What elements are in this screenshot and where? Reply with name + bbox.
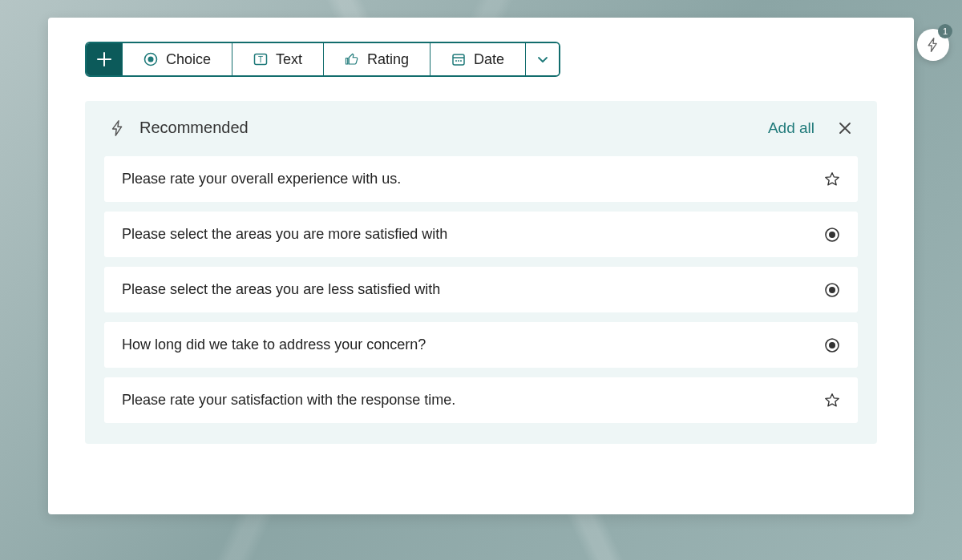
- choice-label: Choice: [166, 51, 211, 68]
- svg-point-6: [455, 60, 457, 62]
- add-question-button[interactable]: [87, 43, 122, 75]
- recommended-item-text: Please rate your overall experience with…: [122, 171, 401, 187]
- date-type-button[interactable]: Date: [430, 43, 525, 75]
- choice-type-button[interactable]: Choice: [122, 43, 232, 75]
- text-label: Text: [276, 51, 302, 68]
- text-icon: T: [253, 52, 268, 66]
- radio-icon: [824, 282, 840, 298]
- recommended-item-text: Please rate your satisfaction with the r…: [122, 392, 455, 409]
- radio-icon: [143, 52, 158, 66]
- rating-type-button[interactable]: Rating: [323, 43, 430, 75]
- close-recommended-button[interactable]: [837, 120, 853, 136]
- svg-point-8: [460, 60, 462, 62]
- question-type-toolbar: Choice T Text Rating Date: [85, 42, 560, 77]
- svg-point-1: [148, 57, 154, 62]
- form-builder-card: Choice T Text Rating Date: [48, 18, 914, 514]
- more-types-dropdown[interactable]: [525, 43, 559, 75]
- lightning-icon: [925, 37, 941, 53]
- svg-point-7: [458, 60, 459, 62]
- rating-label: Rating: [367, 51, 409, 68]
- lightning-icon: [109, 119, 127, 137]
- calendar-icon: [451, 52, 466, 66]
- recommended-item[interactable]: Please select the areas you are less sat…: [104, 267, 858, 312]
- add-all-button[interactable]: Add all: [768, 119, 814, 137]
- recommended-header: Recommended Add all: [104, 119, 858, 137]
- svg-text:T: T: [258, 55, 263, 64]
- recommended-item-text: Please select the areas you are more sat…: [122, 226, 447, 243]
- star-icon: [824, 393, 840, 409]
- text-type-button[interactable]: T Text: [232, 43, 323, 75]
- recommended-list: Please rate your overall experience with…: [104, 156, 858, 423]
- date-label: Date: [474, 51, 504, 68]
- suggestions-floating-button[interactable]: 1: [917, 29, 949, 61]
- chevron-down-icon: [536, 53, 549, 66]
- star-icon: [824, 171, 840, 187]
- svg-rect-4: [453, 54, 464, 65]
- recommended-item-text: How long did we take to address your con…: [122, 336, 426, 353]
- svg-point-10: [829, 232, 835, 238]
- svg-point-12: [829, 287, 835, 293]
- recommended-item[interactable]: Please rate your overall experience with…: [104, 156, 858, 202]
- plus-icon: [96, 51, 112, 67]
- thumbs-up-icon: [345, 52, 359, 66]
- radio-icon: [824, 337, 840, 353]
- radio-icon: [824, 227, 840, 243]
- recommended-item[interactable]: Please rate your satisfaction with the r…: [104, 377, 858, 423]
- recommended-item[interactable]: How long did we take to address your con…: [104, 322, 858, 368]
- suggestions-count-badge: 1: [938, 24, 952, 38]
- recommended-title: Recommended: [139, 119, 249, 137]
- recommended-item-text: Please select the areas you are less sat…: [122, 281, 440, 298]
- close-icon: [837, 120, 853, 136]
- svg-point-14: [829, 342, 835, 348]
- recommended-panel: Recommended Add all Please rate your ove…: [85, 101, 877, 444]
- recommended-item[interactable]: Please select the areas you are more sat…: [104, 212, 858, 257]
